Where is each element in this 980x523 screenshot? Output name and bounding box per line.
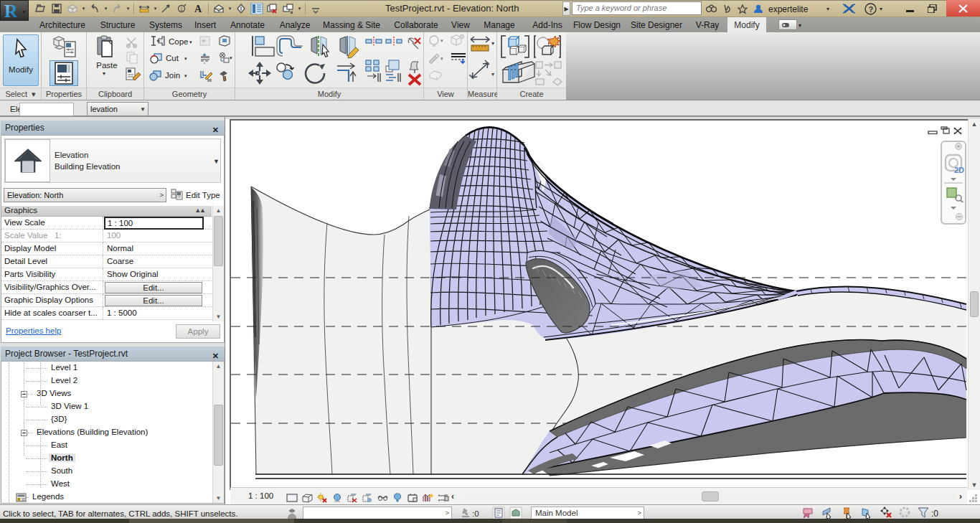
svg-text:2D: 2D xyxy=(954,166,964,174)
svg-text:R: R xyxy=(4,1,18,20)
svg-text::0: :0 xyxy=(931,509,938,519)
